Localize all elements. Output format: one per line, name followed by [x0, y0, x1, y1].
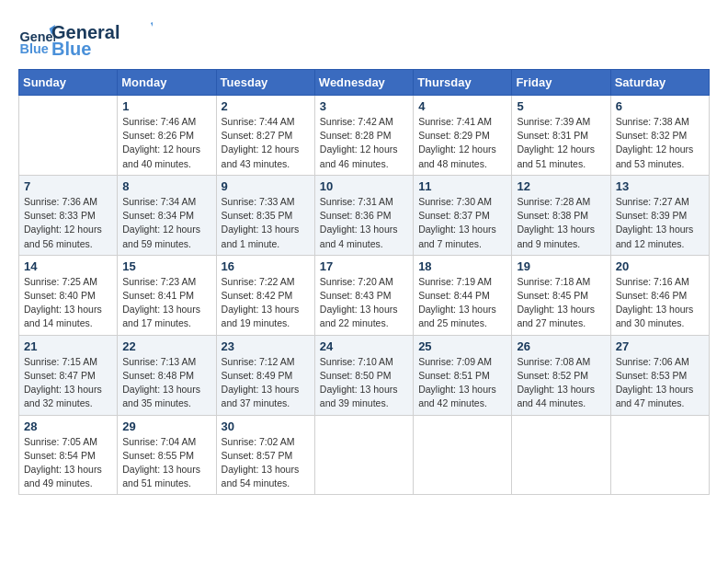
logo: General Blue General Blue: [18, 18, 153, 60]
day-info: Sunrise: 7:02 AM Sunset: 8:57 PM Dayligh…: [222, 435, 310, 491]
day-info: Sunrise: 7:39 AM Sunset: 8:31 PM Dayligh…: [517, 115, 605, 171]
calendar-cell: 23Sunrise: 7:12 AM Sunset: 8:49 PM Dayli…: [216, 335, 314, 415]
calendar-cell: [512, 415, 610, 495]
day-number: 23: [222, 339, 310, 353]
calendar-cell: 13Sunrise: 7:27 AM Sunset: 8:39 PM Dayli…: [610, 175, 709, 255]
day-info: Sunrise: 7:41 AM Sunset: 8:29 PM Dayligh…: [418, 115, 506, 171]
header-tuesday: Tuesday: [216, 70, 314, 96]
calendar-cell: 10Sunrise: 7:31 AM Sunset: 8:36 PM Dayli…: [314, 175, 413, 255]
header-sunday: Sunday: [19, 70, 118, 96]
calendar-cell: 4Sunrise: 7:41 AM Sunset: 8:29 PM Daylig…: [414, 96, 512, 176]
day-info: Sunrise: 7:22 AM Sunset: 8:42 PM Dayligh…: [222, 275, 310, 331]
calendar-week-row: 1Sunrise: 7:46 AM Sunset: 8:26 PM Daylig…: [19, 96, 710, 176]
calendar-week-row: 28Sunrise: 7:05 AM Sunset: 8:54 PM Dayli…: [19, 415, 710, 495]
day-info: Sunrise: 7:05 AM Sunset: 8:54 PM Dayligh…: [24, 435, 112, 491]
day-number: 6: [616, 99, 704, 113]
day-info: Sunrise: 7:38 AM Sunset: 8:32 PM Dayligh…: [616, 115, 704, 171]
calendar-cell: 25Sunrise: 7:09 AM Sunset: 8:51 PM Dayli…: [414, 335, 512, 415]
calendar-cell: 22Sunrise: 7:13 AM Sunset: 8:48 PM Dayli…: [118, 335, 216, 415]
day-number: 5: [517, 99, 605, 113]
day-number: 25: [418, 339, 506, 353]
day-info: Sunrise: 7:15 AM Sunset: 8:47 PM Dayligh…: [24, 355, 112, 411]
day-info: Sunrise: 7:19 AM Sunset: 8:44 PM Dayligh…: [418, 275, 506, 331]
calendar-table: SundayMondayTuesdayWednesdayThursdayFrid…: [18, 69, 710, 495]
day-info: Sunrise: 7:23 AM Sunset: 8:41 PM Dayligh…: [122, 275, 210, 331]
day-info: Sunrise: 7:44 AM Sunset: 8:27 PM Dayligh…: [222, 115, 310, 171]
logo-svg: General Blue: [51, 18, 153, 60]
calendar-cell: 27Sunrise: 7:06 AM Sunset: 8:53 PM Dayli…: [610, 335, 709, 415]
day-number: 21: [24, 339, 112, 353]
day-info: Sunrise: 7:13 AM Sunset: 8:48 PM Dayligh…: [122, 355, 210, 411]
day-number: 20: [616, 259, 704, 273]
day-info: Sunrise: 7:20 AM Sunset: 8:43 PM Dayligh…: [320, 275, 408, 331]
day-number: 7: [24, 179, 112, 193]
day-info: Sunrise: 7:18 AM Sunset: 8:45 PM Dayligh…: [517, 275, 605, 331]
header-monday: Monday: [118, 70, 216, 96]
day-number: 4: [418, 99, 506, 113]
calendar-cell: 19Sunrise: 7:18 AM Sunset: 8:45 PM Dayli…: [512, 255, 610, 335]
day-number: 26: [517, 339, 605, 353]
day-number: 29: [122, 419, 210, 433]
day-info: Sunrise: 7:27 AM Sunset: 8:39 PM Dayligh…: [616, 195, 704, 251]
day-info: Sunrise: 7:30 AM Sunset: 8:37 PM Dayligh…: [418, 195, 506, 251]
calendar-cell: 18Sunrise: 7:19 AM Sunset: 8:44 PM Dayli…: [414, 255, 512, 335]
day-info: Sunrise: 7:09 AM Sunset: 8:51 PM Dayligh…: [418, 355, 506, 411]
header-wednesday: Wednesday: [314, 70, 413, 96]
calendar-cell: 26Sunrise: 7:08 AM Sunset: 8:52 PM Dayli…: [512, 335, 610, 415]
calendar-cell: 15Sunrise: 7:23 AM Sunset: 8:41 PM Dayli…: [118, 255, 216, 335]
day-info: Sunrise: 7:08 AM Sunset: 8:52 PM Dayligh…: [517, 355, 605, 411]
day-info: Sunrise: 7:36 AM Sunset: 8:33 PM Dayligh…: [24, 195, 112, 251]
calendar-cell: 6Sunrise: 7:38 AM Sunset: 8:32 PM Daylig…: [610, 96, 709, 176]
day-info: Sunrise: 7:10 AM Sunset: 8:50 PM Dayligh…: [320, 355, 408, 411]
day-number: 18: [418, 259, 506, 273]
day-number: 3: [320, 99, 408, 113]
calendar-cell: [414, 415, 512, 495]
day-info: Sunrise: 7:34 AM Sunset: 8:34 PM Dayligh…: [122, 195, 210, 251]
svg-text:Blue: Blue: [20, 41, 49, 56]
calendar-cell: [610, 415, 709, 495]
svg-marker-7: [151, 23, 153, 32]
day-number: 13: [616, 179, 704, 193]
calendar-cell: [314, 415, 413, 495]
header-saturday: Saturday: [610, 70, 709, 96]
calendar-cell: 17Sunrise: 7:20 AM Sunset: 8:43 PM Dayli…: [314, 255, 413, 335]
calendar-cell: 1Sunrise: 7:46 AM Sunset: 8:26 PM Daylig…: [118, 96, 216, 176]
day-number: 28: [24, 419, 112, 433]
day-info: Sunrise: 7:12 AM Sunset: 8:49 PM Dayligh…: [222, 355, 310, 411]
day-info: Sunrise: 7:46 AM Sunset: 8:26 PM Dayligh…: [122, 115, 210, 171]
calendar-cell: 28Sunrise: 7:05 AM Sunset: 8:54 PM Dayli…: [19, 415, 118, 495]
calendar-cell: 24Sunrise: 7:10 AM Sunset: 8:50 PM Dayli…: [314, 335, 413, 415]
day-number: 30: [222, 419, 310, 433]
calendar-week-row: 14Sunrise: 7:25 AM Sunset: 8:40 PM Dayli…: [19, 255, 710, 335]
day-number: 1: [122, 99, 210, 113]
day-info: Sunrise: 7:04 AM Sunset: 8:55 PM Dayligh…: [122, 435, 210, 491]
day-info: Sunrise: 7:25 AM Sunset: 8:40 PM Dayligh…: [24, 275, 112, 331]
calendar-cell: 3Sunrise: 7:42 AM Sunset: 8:28 PM Daylig…: [314, 96, 413, 176]
day-info: Sunrise: 7:28 AM Sunset: 8:38 PM Dayligh…: [517, 195, 605, 251]
header-thursday: Thursday: [414, 70, 512, 96]
calendar-cell: [19, 96, 118, 176]
day-number: 8: [122, 179, 210, 193]
svg-text:Blue: Blue: [51, 39, 91, 59]
day-info: Sunrise: 7:16 AM Sunset: 8:46 PM Dayligh…: [616, 275, 704, 331]
calendar-cell: 21Sunrise: 7:15 AM Sunset: 8:47 PM Dayli…: [19, 335, 118, 415]
calendar-cell: 12Sunrise: 7:28 AM Sunset: 8:38 PM Dayli…: [512, 175, 610, 255]
day-number: 11: [418, 179, 506, 193]
logo-icon: General Blue: [18, 21, 55, 58]
calendar-cell: 20Sunrise: 7:16 AM Sunset: 8:46 PM Dayli…: [610, 255, 709, 335]
day-number: 15: [122, 259, 210, 273]
day-number: 22: [122, 339, 210, 353]
calendar-cell: 8Sunrise: 7:34 AM Sunset: 8:34 PM Daylig…: [118, 175, 216, 255]
day-number: 12: [517, 179, 605, 193]
calendar-week-row: 21Sunrise: 7:15 AM Sunset: 8:47 PM Dayli…: [19, 335, 710, 415]
calendar-cell: 30Sunrise: 7:02 AM Sunset: 8:57 PM Dayli…: [216, 415, 314, 495]
day-number: 14: [24, 259, 112, 273]
calendar-cell: 29Sunrise: 7:04 AM Sunset: 8:55 PM Dayli…: [118, 415, 216, 495]
calendar-week-row: 7Sunrise: 7:36 AM Sunset: 8:33 PM Daylig…: [19, 175, 710, 255]
calendar-cell: 7Sunrise: 7:36 AM Sunset: 8:33 PM Daylig…: [19, 175, 118, 255]
calendar-cell: 14Sunrise: 7:25 AM Sunset: 8:40 PM Dayli…: [19, 255, 118, 335]
day-number: 19: [517, 259, 605, 273]
day-info: Sunrise: 7:42 AM Sunset: 8:28 PM Dayligh…: [320, 115, 408, 171]
calendar-cell: 5Sunrise: 7:39 AM Sunset: 8:31 PM Daylig…: [512, 96, 610, 176]
day-number: 27: [616, 339, 704, 353]
